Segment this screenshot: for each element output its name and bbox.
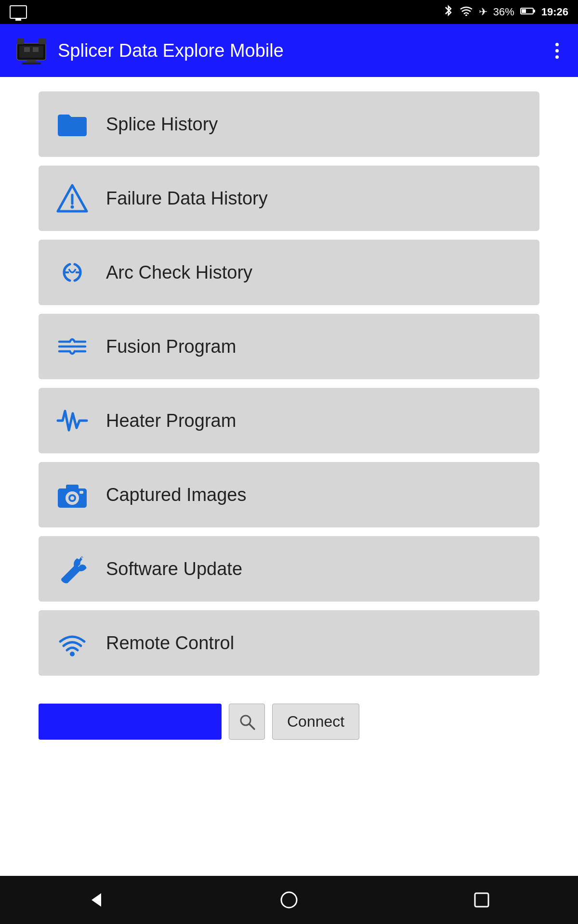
- svg-rect-5: [19, 46, 43, 58]
- back-button[interactable]: [85, 888, 108, 911]
- home-button[interactable]: [277, 888, 301, 911]
- splice-history-button[interactable]: Splice History: [39, 91, 539, 157]
- heater-program-button[interactable]: Heater Program: [39, 388, 539, 453]
- warning-icon: [53, 179, 92, 218]
- svg-point-26: [70, 496, 74, 500]
- airplane-icon: ✈: [479, 6, 487, 18]
- battery-icon: [520, 6, 536, 18]
- svg-rect-10: [17, 38, 24, 44]
- captured-images-label: Captured Images: [106, 485, 247, 505]
- svg-rect-6: [24, 47, 30, 52]
- svg-line-29: [82, 558, 86, 562]
- tools-icon: [53, 550, 92, 588]
- app-bar-title: Splicer Data Explore Mobile: [58, 40, 551, 61]
- svg-point-30: [70, 652, 75, 656]
- camera-icon: [53, 475, 92, 514]
- bottom-bar: Connect: [0, 704, 578, 740]
- screen-icon: [10, 5, 27, 19]
- svg-line-32: [250, 724, 254, 729]
- splice-history-label: Splice History: [106, 114, 218, 135]
- status-bar-left: [10, 5, 27, 19]
- nav-bar: [0, 876, 578, 924]
- recent-button[interactable]: [470, 888, 493, 911]
- remote-control-button[interactable]: Remote Control: [39, 610, 539, 676]
- folder-icon: [53, 105, 92, 143]
- svg-rect-23: [66, 485, 79, 490]
- svg-rect-7: [33, 47, 39, 52]
- status-bar: ✈ 36% 19:26: [0, 0, 578, 24]
- waveform-icon: [53, 401, 92, 440]
- failure-data-history-label: Failure Data History: [106, 188, 268, 209]
- svg-rect-3: [533, 10, 535, 13]
- svg-rect-2: [522, 9, 526, 13]
- svg-rect-27: [79, 491, 83, 494]
- bluetooth-icon: [443, 4, 454, 20]
- captured-images-button[interactable]: Captured Images: [39, 462, 539, 527]
- svg-rect-9: [22, 63, 41, 64]
- arc-icon: [53, 253, 92, 292]
- svg-point-34: [281, 892, 297, 908]
- wifi-icon: [460, 5, 473, 19]
- fusion-program-button[interactable]: Fusion Program: [39, 314, 539, 379]
- app-icon: [14, 34, 48, 67]
- svg-rect-8: [26, 60, 36, 63]
- search-input[interactable]: [39, 704, 222, 740]
- svg-rect-11: [39, 38, 46, 44]
- svg-marker-33: [92, 893, 101, 907]
- software-update-label: Software Update: [106, 559, 242, 579]
- arc-check-history-button[interactable]: Arc Check History: [39, 240, 539, 305]
- failure-data-history-button[interactable]: Failure Data History: [39, 166, 539, 231]
- arc-check-history-label: Arc Check History: [106, 262, 252, 283]
- svg-point-0: [465, 14, 467, 16]
- heater-program-label: Heater Program: [106, 411, 236, 431]
- software-update-button[interactable]: Software Update: [39, 536, 539, 602]
- remote-control-label: Remote Control: [106, 633, 234, 654]
- status-time: 19:26: [541, 6, 568, 18]
- svg-point-14: [71, 205, 74, 209]
- main-content: Splice History Failure Data History: [0, 77, 578, 699]
- connect-button[interactable]: Connect: [272, 704, 359, 740]
- fusion-icon: [53, 327, 92, 366]
- search-button[interactable]: [229, 704, 265, 740]
- more-menu-button[interactable]: [551, 38, 564, 64]
- svg-rect-35: [475, 893, 488, 907]
- status-bar-right: ✈ 36% 19:26: [443, 4, 568, 20]
- wifi-menu-icon: [53, 624, 92, 662]
- battery-label: 36%: [493, 6, 514, 18]
- app-bar: Splicer Data Explore Mobile: [0, 24, 578, 77]
- fusion-program-label: Fusion Program: [106, 336, 236, 357]
